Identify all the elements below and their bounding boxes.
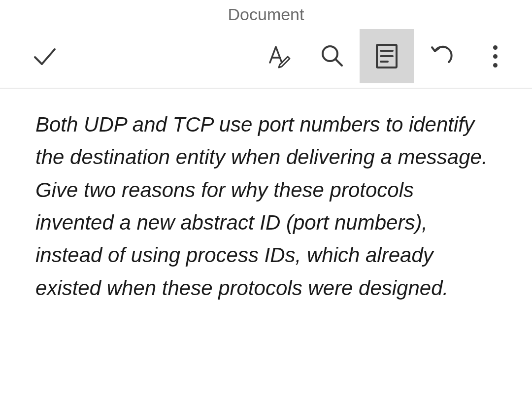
undo-icon <box>427 42 455 70</box>
search-icon <box>319 43 346 69</box>
text-edit-icon <box>265 43 292 69</box>
undo-button[interactable] <box>414 29 468 83</box>
toolbar <box>0 25 532 89</box>
document-body[interactable]: Both UDP and TCP use port numbers to ide… <box>0 89 532 304</box>
document-title: Document <box>228 5 304 24</box>
toolbar-right <box>251 29 522 83</box>
more-button[interactable] <box>468 29 522 83</box>
search-button[interactable] <box>305 29 360 83</box>
page-layout-button[interactable] <box>360 29 414 83</box>
page-layout-icon <box>375 43 399 69</box>
text-edit-button[interactable] <box>251 29 305 83</box>
more-vertical-icon <box>493 45 498 68</box>
checkmark-icon <box>31 42 59 70</box>
document-paragraph: Both UDP and TCP use port numbers to ide… <box>35 108 497 304</box>
toolbar-left <box>0 29 72 83</box>
svg-line-2 <box>335 59 342 66</box>
title-bar: Document <box>0 0 532 25</box>
done-button[interactable] <box>18 29 72 83</box>
